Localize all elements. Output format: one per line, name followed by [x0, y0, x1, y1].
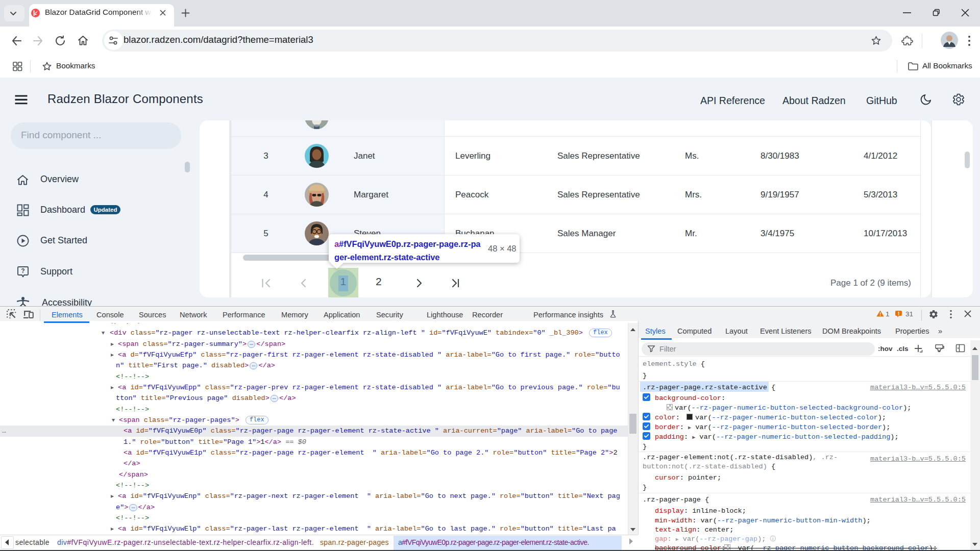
svg-text:?: ?: [21, 267, 24, 274]
